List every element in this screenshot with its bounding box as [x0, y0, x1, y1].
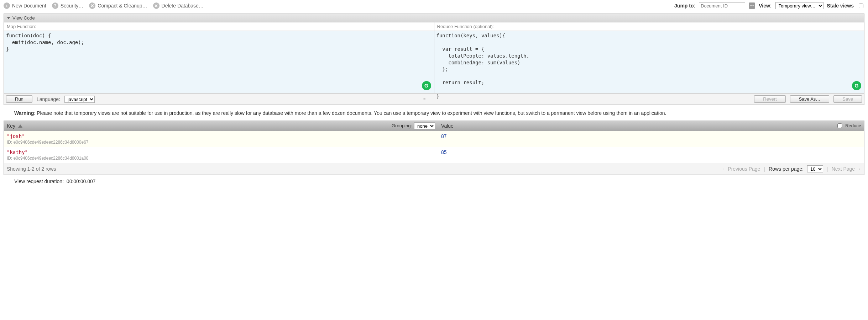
reduce-code: function(keys, values){ var result = { t… — [434, 31, 864, 101]
stale-views-checkbox[interactable] — [859, 4, 863, 8]
results-panel: Key Grouping: none Value Reduce "josh"ID… — [4, 121, 864, 175]
value-column-header: Value Reduce — [438, 121, 864, 131]
rows-per-page-select[interactable]: 10 — [807, 165, 823, 172]
language-label: Language: — [37, 96, 60, 102]
jump-to-label: Jump to: — [674, 3, 695, 9]
cell-key: "kathy"ID: e0c9406cde49edeec2286c34d6001… — [4, 147, 438, 163]
top-toolbar: + New Document ? Security… ✕ Compact & C… — [0, 0, 868, 11]
delete-icon: ✕ — [153, 2, 160, 9]
table-row[interactable]: "josh"ID: e0c9406cde49edeec2286c34d6000e… — [4, 131, 864, 147]
grammarly-icon[interactable]: G — [422, 81, 431, 90]
splitter-grip-icon[interactable]: = — [421, 97, 428, 101]
jump-go-button[interactable]: ••• — [749, 2, 755, 9]
map-column: Map Function: function(doc) { emit(doc.n… — [4, 22, 434, 93]
grouping-select[interactable]: none — [414, 122, 435, 129]
delete-database-button[interactable]: ✕ Delete Database… — [153, 2, 204, 9]
row-key: "kathy" — [7, 149, 435, 155]
reduce-checkbox[interactable] — [837, 123, 842, 128]
rows-per-page-label: Rows per page: — [769, 166, 804, 172]
warning-text: : Please note that temporary views are n… — [34, 110, 666, 116]
new-document-label: New Document — [12, 3, 46, 9]
next-page-link[interactable]: Next Page → — [832, 166, 861, 172]
reduce-function-label: Reduce Function (optional): — [434, 22, 864, 31]
language-select[interactable]: javascript — [64, 96, 95, 103]
view-select[interactable]: Temporary view… — [775, 2, 823, 9]
showing-rows-label: Showing 1-2 of 2 rows — [7, 166, 56, 172]
duration-value: 00:00:00.007 — [67, 178, 96, 184]
pager-separator: | — [764, 166, 765, 172]
row-key: "josh" — [7, 133, 435, 139]
sort-asc-icon — [18, 124, 22, 128]
map-function-label: Map Function: — [4, 22, 434, 31]
row-id: ID: e0c9406cde49edeec2286c34d6001a08 — [7, 156, 435, 161]
duration-label: View request duration: — [14, 178, 64, 184]
run-button[interactable]: Run — [6, 95, 32, 103]
grammarly-icon[interactable]: G — [852, 81, 861, 90]
compact-cleanup-button[interactable]: ✕ Compact & Cleanup… — [89, 2, 147, 9]
security-label: Security… — [61, 3, 84, 9]
key-column-header[interactable]: Key Grouping: none — [4, 121, 438, 131]
document-id-input[interactable] — [699, 2, 745, 9]
temp-view-warning: Warning: Please note that temporary view… — [0, 105, 868, 121]
table-row[interactable]: "kathy"ID: e0c9406cde49edeec2286c34d6001… — [4, 147, 864, 163]
cell-value: 85 — [438, 147, 864, 163]
warning-label: Warning — [14, 110, 34, 116]
request-duration: View request duration: 00:00:00.007 — [0, 175, 868, 188]
rows-container: "josh"ID: e0c9406cde49edeec2286c34d6000e… — [4, 131, 864, 163]
editor-row: Map Function: function(doc) { emit(doc.n… — [4, 22, 864, 93]
chevron-down-icon — [7, 17, 10, 19]
previous-page-link[interactable]: ← Previous Page — [721, 166, 760, 172]
view-code-header-label: View Code — [12, 15, 35, 21]
security-icon: ? — [52, 2, 58, 9]
view-label: View: — [759, 3, 772, 9]
toolbar-right: Jump to: ••• View: Temporary view… Stale… — [674, 2, 864, 9]
grouping-label: Grouping: — [392, 123, 412, 128]
value-header-label: Value — [441, 123, 454, 129]
pager: ← Previous Page | Rows per page: 10 | Ne… — [721, 165, 861, 172]
reduce-label: Reduce — [845, 123, 861, 128]
cell-value: 87 — [438, 131, 864, 147]
delete-label: Delete Database… — [162, 3, 204, 9]
cell-key: "josh"ID: e0c9406cde49edeec2286c34d6000e… — [4, 131, 438, 147]
plus-icon: + — [4, 2, 10, 9]
reduce-code-area[interactable]: function(keys, values){ var result = { t… — [434, 31, 864, 93]
pager-separator: | — [827, 166, 828, 172]
results-footer: Showing 1-2 of 2 rows ← Previous Page | … — [4, 163, 864, 175]
view-code-toggle[interactable]: View Code — [4, 14, 864, 22]
security-button[interactable]: ? Security… — [52, 2, 84, 9]
stale-views-label: Stale views — [827, 3, 854, 9]
compact-label: Compact & Cleanup… — [98, 3, 147, 9]
view-code-panel: View Code Map Function: function(doc) { … — [4, 14, 864, 105]
row-id: ID: e0c9406cde49edeec2286c34d6000e67 — [7, 140, 435, 145]
map-code: function(doc) { emit(doc.name, doc.age);… — [4, 31, 434, 54]
key-header-label: Key — [7, 123, 15, 129]
map-code-area[interactable]: function(doc) { emit(doc.name, doc.age);… — [4, 31, 434, 93]
new-document-button[interactable]: + New Document — [4, 2, 46, 9]
results-header: Key Grouping: none Value Reduce — [4, 121, 864, 131]
compact-icon: ✕ — [89, 2, 95, 9]
reduce-column: Reduce Function (optional): function(key… — [434, 22, 864, 93]
